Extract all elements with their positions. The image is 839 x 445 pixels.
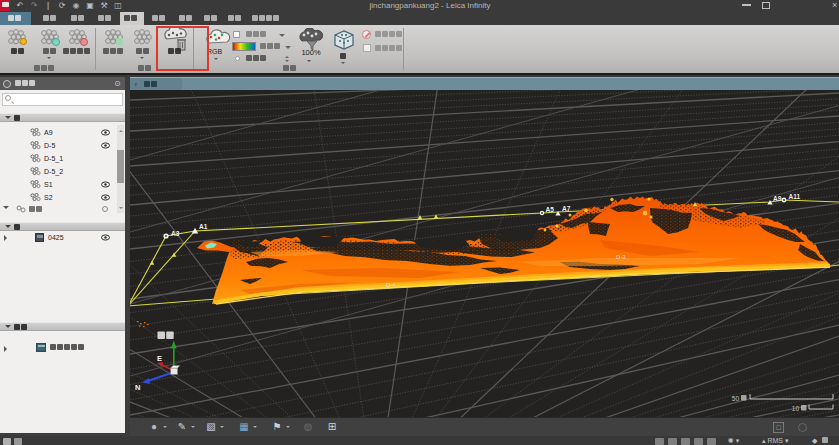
svg-text:A7: A7 [562,205,571,212]
svg-text:N: N [135,383,140,392]
svg-text:A1: A1 [199,223,208,230]
svg-text:A9: A9 [773,195,782,202]
svg-text:A3: A3 [171,230,180,237]
svg-text:50: 50 [732,395,740,402]
svg-text:E: E [157,354,162,363]
svg-text:A11: A11 [789,193,801,200]
svg-text:D-4: D-4 [386,282,396,288]
svg-text:D-3: D-3 [616,254,626,260]
svg-text:A5: A5 [546,206,555,213]
svg-text:10: 10 [792,405,800,412]
